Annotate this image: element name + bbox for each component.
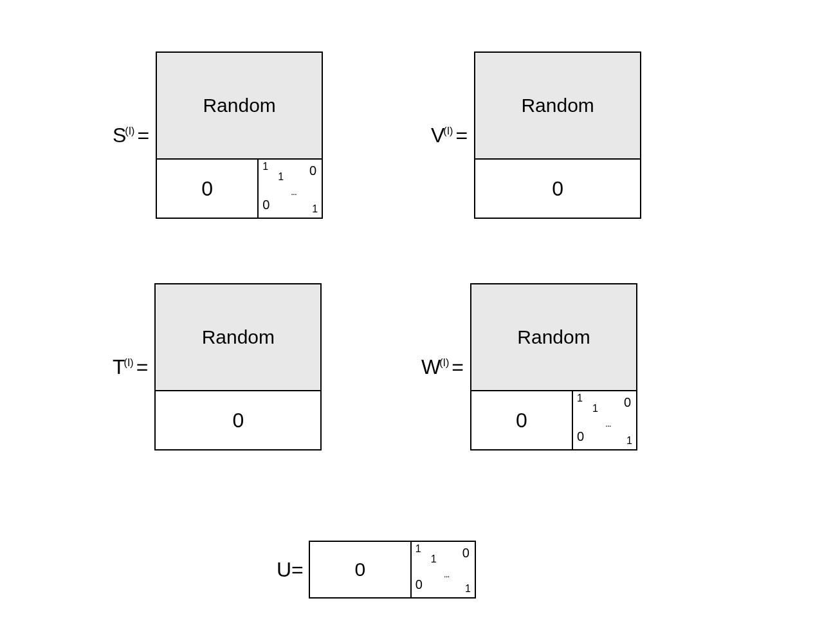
identity-diag-one: 1 [431,553,437,565]
matrix-S-box: Random 0 1 1 0 0 ... 1 [156,51,323,219]
matrix-S-identity-block: 1 1 0 0 ... 1 [257,160,322,218]
matrix-U-box: 0 1 1 0 0 ... 1 [309,541,476,599]
matrix-U: U = 0 1 1 0 0 ... 1 [277,541,476,599]
matrix-S-superscript: (I) [125,125,134,137]
matrix-U-identity-block: 1 1 0 0 ... 1 [410,542,475,597]
matrix-W-label: W (I) = [421,355,464,379]
matrix-V-random-block: Random [475,53,640,160]
matrix-U-row: 0 1 1 0 0 ... 1 [310,542,475,597]
identity-top-right-zero: 0 [624,395,631,410]
identity-diag-one: 1 [278,171,284,183]
matrix-T-box: Random 0 [154,283,322,451]
matrix-T-superscript: (I) [124,357,134,369]
identity-top-left-one: 1 [262,161,268,172]
matrix-S-bottom-row: 0 1 1 0 0 ... 1 [157,160,322,218]
matrix-U-label: U = [277,558,304,582]
identity-bottom-right-one: 1 [626,435,632,447]
identity-bottom-left-zero: 0 [577,429,584,444]
matrix-S-random-label: Random [203,95,275,116]
matrix-U-letter: U [277,558,291,582]
matrix-S-zero-block: 0 [157,160,257,218]
matrix-U-zero-block: 0 [310,542,410,597]
matrix-V-bottom-row: 0 [475,160,640,218]
identity-top-left-one: 1 [415,543,421,555]
matrix-V-superscript: (I) [443,125,453,137]
matrix-T-equals: = [136,355,149,379]
matrix-T-zero-label: 0 [232,409,244,432]
matrix-T-random-block: Random [156,284,320,391]
identity-dots: ... [291,187,297,197]
matrix-V-letter: V [431,124,444,147]
matrix-V-equals: = [455,124,468,147]
matrix-W-superscript: (I) [439,357,449,369]
matrix-W-random-label: Random [517,326,590,348]
matrix-S-label: S (I) = [113,124,149,147]
matrix-S-zero-label: 0 [201,177,213,201]
identity-bottom-right-one: 1 [465,583,471,595]
matrix-T-random-label: Random [202,326,275,348]
matrix-T-label: T (I) = [113,355,148,379]
matrix-W-random-block: Random [471,284,636,391]
matrix-W-identity-block: 1 1 0 0 ... 1 [572,391,636,449]
identity-dots: ... [444,569,450,579]
matrix-S-equals: = [137,124,149,147]
matrix-U-zero-label: 0 [354,559,365,581]
matrix-V-zero-block: 0 [475,160,640,218]
matrix-V-label: V (I) = [431,124,468,147]
matrix-W-bottom-row: 0 1 1 0 0 ... 1 [471,391,636,449]
identity-top-left-one: 1 [577,393,583,404]
identity-bottom-left-zero: 0 [415,577,423,592]
identity-top-right-zero: 0 [309,163,316,178]
matrix-S-letter: S [113,124,126,147]
matrix-V-zero-label: 0 [552,177,563,201]
matrix-W: W (I) = Random 0 1 1 0 0 ... 1 [421,283,637,451]
matrix-V: V (I) = Random 0 [431,51,641,219]
matrix-W-equals: = [452,355,464,379]
matrix-V-random-label: Random [521,95,594,116]
identity-top-right-zero: 0 [462,546,470,561]
matrix-S: S (I) = Random 0 1 1 0 0 ... 1 [113,51,323,219]
identity-bottom-right-one: 1 [312,203,318,215]
matrix-W-zero-label: 0 [516,409,527,432]
identity-bottom-left-zero: 0 [262,198,269,212]
matrix-T: T (I) = Random 0 [113,283,322,451]
matrix-V-box: Random 0 [474,51,641,219]
identity-diag-one: 1 [592,403,598,414]
matrix-S-random-block: Random [157,53,322,160]
matrix-T-bottom-row: 0 [156,391,320,449]
matrix-W-zero-block: 0 [471,391,572,449]
matrix-W-box: Random 0 1 1 0 0 ... 1 [470,283,637,451]
identity-dots: ... [605,418,611,429]
matrix-U-equals: = [291,558,304,582]
matrix-T-zero-block: 0 [156,391,320,449]
matrix-W-letter: W [421,355,441,379]
